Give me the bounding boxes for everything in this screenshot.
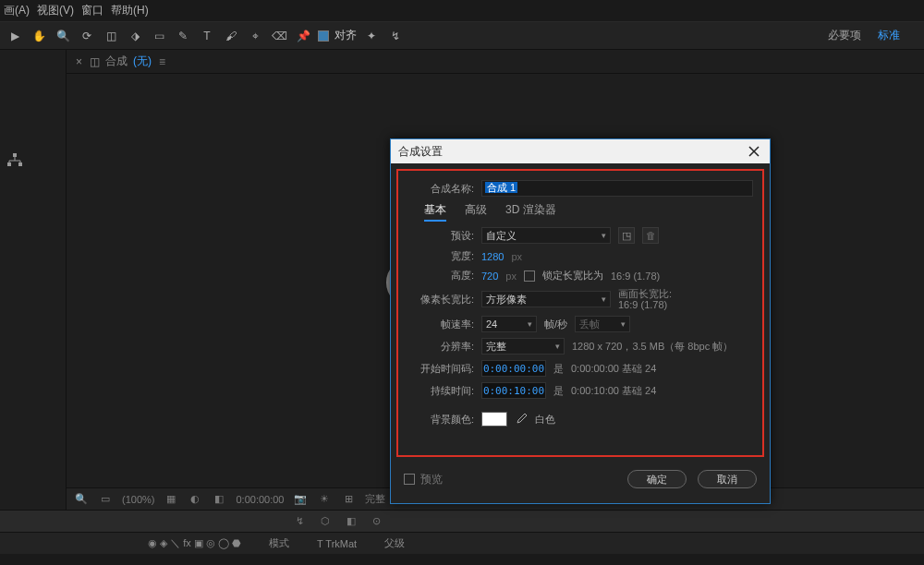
bgcolor-name: 白色 [535, 413, 555, 427]
col-switches: ◉ ◈ ＼ fx ▣ ◎ ◯ ⬣ [148, 536, 241, 550]
svg-rect-1 [7, 162, 11, 166]
snap-checkbox[interactable] [318, 30, 329, 42]
col-parent[interactable]: 父级 [384, 536, 405, 550]
workspace-standard[interactable]: 标准 [878, 28, 900, 43]
composition-settings-dialog: 合成设置 合成名称: 合成 1 基本 高级 3D 渲染器 预设: [390, 138, 771, 504]
screen-aspect-label: 画面长宽比: [618, 288, 672, 299]
camera-tool-icon[interactable]: ◫ [102, 27, 120, 45]
preset-save-button[interactable]: ◳ [618, 227, 635, 244]
hand-tool-icon[interactable]: ✋ [30, 27, 48, 45]
tool-extra-1-icon[interactable]: ✦ [362, 27, 381, 45]
tab-basic[interactable]: 基本 [424, 202, 446, 222]
tl-icon-3[interactable]: ◧ [346, 515, 356, 527]
menu-animation[interactable]: 画(A) [4, 3, 30, 18]
text-tool-icon[interactable]: T [198, 27, 216, 45]
preset-delete-button[interactable]: 🗑 [642, 227, 659, 244]
width-label: 宽度: [407, 249, 474, 263]
bgcolor-label: 背景颜色: [407, 413, 474, 427]
magnify-icon[interactable]: 🔍 [74, 492, 89, 507]
rotate-tool-icon[interactable]: ⟳ [78, 27, 96, 45]
cancel-button[interactable]: 取消 [698, 470, 757, 488]
height-input[interactable]: 720 [481, 270, 498, 282]
col-mode[interactable]: 模式 [269, 536, 289, 550]
bgcolor-swatch[interactable] [481, 412, 507, 427]
width-unit: px [511, 251, 522, 262]
workspace-essentials[interactable]: 必要项 [828, 28, 861, 43]
fps-drop-select: 丢帧▾ [575, 316, 630, 332]
channel-icon[interactable]: ◧ [212, 492, 226, 507]
eyedropper-icon[interactable] [515, 413, 528, 426]
snap-label: 对齐 [334, 28, 357, 43]
tab-3d-renderer[interactable]: 3D 渲染器 [505, 202, 556, 222]
comp-name-input[interactable]: 合成 1 [481, 180, 753, 197]
grid-icon[interactable]: ⊞ [341, 492, 356, 507]
menu-window[interactable]: 窗口 [81, 3, 103, 18]
duration-input[interactable]: 0:00:10:00 [481, 382, 546, 399]
fps-unit: 帧/秒 [544, 318, 567, 331]
shape-tool-icon[interactable]: ▭ [150, 27, 168, 45]
pen-tool-icon[interactable]: ✎ [174, 27, 192, 45]
puppet-tool-icon[interactable]: 📌 [294, 27, 312, 45]
alpha-icon[interactable]: ▦ [164, 492, 178, 507]
resolution-display[interactable]: 完整 [365, 492, 385, 506]
fps-select[interactable]: 24▾ [481, 316, 537, 332]
eraser-tool-icon[interactable]: ⌫ [270, 27, 288, 45]
comp-name-label: 合成名称: [407, 182, 474, 196]
selection-tool-icon[interactable]: ▶ [6, 27, 24, 45]
par-label: 像素长宽比: [407, 293, 474, 307]
preset-select[interactable]: 自定义▾ [481, 227, 611, 244]
tl-icon-1[interactable]: ↯ [296, 515, 304, 527]
tab-advanced[interactable]: 高级 [465, 202, 487, 222]
tool-extra-2-icon[interactable]: ↯ [386, 27, 405, 45]
chevron-down-icon: ▾ [621, 319, 626, 329]
zoom-tool-icon[interactable]: 🔍 [54, 27, 72, 45]
lock-aspect-value: 16:9 (1.78) [611, 270, 660, 282]
svg-rect-2 [18, 162, 22, 166]
menu-view[interactable]: 视图(V) [37, 3, 74, 18]
tl-icon-4[interactable]: ⊙ [372, 515, 381, 527]
exposure-icon[interactable]: ☀ [317, 492, 332, 507]
tab-menu-icon[interactable]: ≡ [159, 55, 165, 68]
resolution-select[interactable]: 完整▾ [481, 338, 565, 355]
dialog-titlebar: 合成设置 [391, 139, 770, 163]
chevron-down-icon: ▾ [528, 319, 532, 329]
duration-info: 0:00:10:00 基础 24 [571, 384, 656, 398]
dialog-close-icon[interactable] [746, 143, 762, 160]
svg-rect-0 [13, 153, 17, 157]
height-label: 高度: [407, 269, 474, 282]
par-select[interactable]: 方形像素▾ [481, 291, 611, 307]
menu-help[interactable]: 帮助(H) [111, 3, 149, 18]
chevron-down-icon: ▾ [555, 342, 560, 351]
preview-checkbox[interactable] [404, 474, 415, 485]
tab-comp-label: 合成 [105, 54, 128, 69]
pan-behind-tool-icon[interactable]: ⬗ [126, 27, 144, 45]
tab-close-icon[interactable]: × [76, 55, 82, 68]
tl-icon-2[interactable]: ⬡ [321, 515, 330, 527]
menubar: 画(A) 视图(V) 窗口 帮助(H) [0, 0, 924, 22]
flowchart-icon[interactable] [7, 153, 22, 168]
mask-icon[interactable]: ◐ [188, 492, 202, 507]
preview-label: 预览 [420, 472, 443, 487]
clone-tool-icon[interactable]: ⌖ [246, 27, 264, 45]
chevron-down-icon: ▾ [602, 295, 606, 304]
width-input[interactable]: 1280 [481, 251, 504, 262]
height-unit: px [505, 270, 517, 282]
current-time[interactable]: 0:00:00:00 [236, 494, 284, 505]
brush-tool-icon[interactable]: 🖌 [222, 27, 240, 45]
zoom-value[interactable]: (100%) [122, 494, 154, 505]
ok-button[interactable]: 确定 [627, 470, 687, 488]
duration-label: 持续时间: [407, 384, 474, 398]
dialog-title-text: 合成设置 [398, 144, 443, 160]
timeline-toolbar: ↯ ⬡ ◧ ⊙ [0, 510, 924, 532]
preset-label: 预设: [407, 229, 474, 243]
monitor-icon[interactable]: ▭ [98, 492, 113, 507]
col-trkmat[interactable]: T TrkMat [317, 538, 357, 549]
lock-aspect-checkbox[interactable] [524, 270, 535, 282]
start-timecode-input[interactable]: 0:00:00:00 [481, 360, 546, 377]
start-label: 开始时间码: [407, 362, 474, 376]
duration-info-prefix: 是 [553, 384, 564, 398]
composition-tab: × ◫ 合成 (无) ≡ [67, 50, 924, 74]
snapshot-icon[interactable]: 📷 [293, 492, 308, 507]
start-info: 0:00:00:00 基础 24 [571, 362, 656, 376]
tab-comp-none[interactable]: (无) [133, 54, 152, 69]
